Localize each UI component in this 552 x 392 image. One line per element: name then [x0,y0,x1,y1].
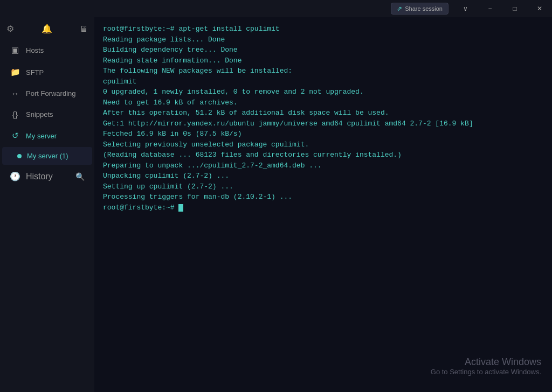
history-icon: 🕐 [10,171,20,181]
hosts-icon: ▣ [10,45,20,55]
settings-icon[interactable]: ⚙ [6,24,14,34]
close-icon: ✕ [537,5,542,12]
terminal-line: Fetched 16.9 kB in 0s (87.5 kB/s) [103,129,543,139]
chevron-down-button[interactable]: ∨ [453,0,478,17]
close-button[interactable]: ✕ [527,0,552,17]
sidebar-snippets-label: Snippets [26,110,53,118]
window-controls: ∨ − □ ✕ [453,0,552,17]
sidebar-item-sftp[interactable]: 📁 SFTP [2,62,92,82]
terminal-line: root@firstbyte:~# apt-get install cpulim… [103,24,543,34]
maximize-button[interactable]: □ [502,0,527,17]
bell-icon[interactable]: 🔔 [42,24,52,34]
history-search-icon[interactable]: 🔍 [75,172,85,181]
terminal-line: Reading package lists... Done [103,34,543,45]
sidebar-item-snippets[interactable]: {} Snippets [2,104,92,124]
terminal-line: Preparing to unpack .../cpulimit_2.7-2_a… [103,160,543,171]
terminal-line: Unpacking cpulimit (2.7-2) ... [103,171,543,181]
sidebar-history-label: History [26,172,53,181]
main-layout: ⚙ 🔔 🖥 ▣ Hosts 📁 SFTP ↔ Port Forwarding {… [0,17,552,392]
terminal-line: root@firstbyte:~# [103,202,543,213]
terminal-line: Reading state information... Done [103,55,543,66]
sidebar-item-hosts[interactable]: ▣ Hosts [2,40,92,60]
screen-icon[interactable]: 🖥 [79,24,88,34]
share-session-label: Share session [405,5,443,12]
terminal-output[interactable]: root@firstbyte:~# apt-get install cpulim… [94,17,552,392]
terminal-area: root@firstbyte:~# apt-get install cpulim… [94,17,552,392]
sidebar-my-server-1-label: My server (1) [27,152,68,160]
terminal-line: Processing triggers for man-db (2.10.2-1… [103,192,543,202]
sidebar-top-icons: ⚙ 🔔 🖥 [0,22,94,39]
sftp-icon: 📁 [10,67,20,77]
sidebar-sftp-label: SFTP [26,68,44,76]
sidebar-item-my-server[interactable]: ↺ My server [2,125,92,146]
sidebar-item-port-forwarding[interactable]: ↔ Port Forwarding [2,83,92,103]
sidebar-item-history[interactable]: 🕐 History 🔍 [2,166,92,187]
terminal-line: 0 upgraded, 1 newly installed, 0 to remo… [103,87,543,97]
terminal-line: (Reading database ... 68123 files and di… [103,150,543,160]
sidebar-port-forwarding-label: Port Forwarding [26,89,75,97]
history-left: 🕐 History [10,171,53,181]
maximize-icon: □ [513,5,516,12]
terminal-line: Get:1 http://mirror.yandex.ru/ubuntu jam… [103,118,543,129]
terminal-line: After this operation, 51.2 kB of additio… [103,108,543,118]
sidebar-my-server-label: My server [26,132,57,140]
my-server-icon: ↺ [10,131,20,141]
sidebar: ⚙ 🔔 🖥 ▣ Hosts 📁 SFTP ↔ Port Forwarding {… [0,17,94,392]
terminal-line: Selecting previously unselected package … [103,139,543,150]
terminal-line: Setting up cpulimit (2.7-2) ... [103,181,543,192]
terminal-line: cpulimit [103,76,543,87]
share-session-button[interactable]: ⇗ Share session [391,3,448,15]
terminal-line: Need to get 16.9 kB of archives. [103,97,543,108]
sub-dot-icon [17,154,22,158]
share-icon: ⇗ [397,5,402,12]
terminal-line: Building dependency tree... Done [103,45,543,55]
port-forwarding-icon: ↔ [10,89,20,98]
chevron-down-icon: ∨ [463,5,468,12]
snippets-icon: {} [10,110,20,119]
terminal-cursor [178,204,183,212]
titlebar: ⇗ Share session ∨ − □ ✕ [0,0,552,17]
minimize-button[interactable]: − [478,0,502,17]
sidebar-hosts-label: Hosts [26,46,44,54]
sidebar-item-my-server-1[interactable]: My server (1) [2,147,92,165]
minimize-icon: − [488,5,492,12]
terminal-line: The following NEW packages will be insta… [103,66,543,76]
